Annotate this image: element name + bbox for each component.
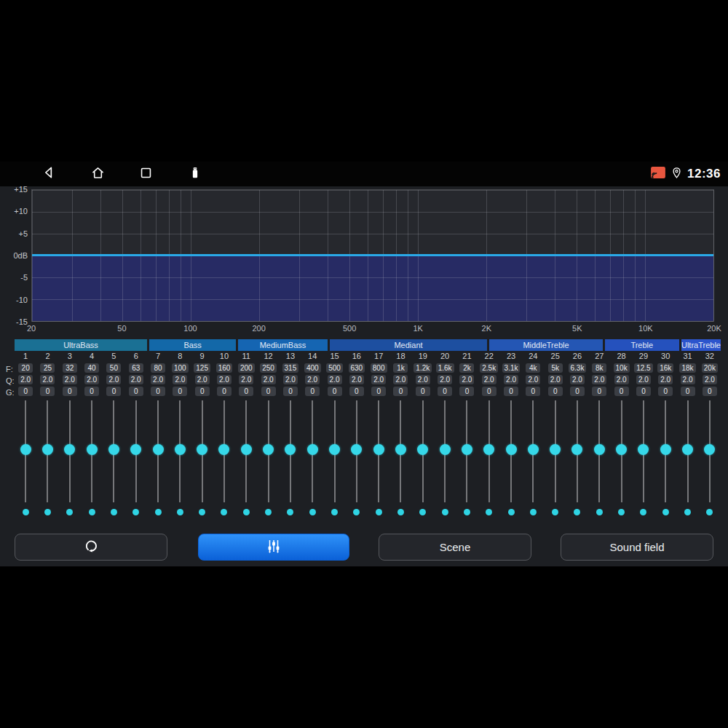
gain-slider[interactable] <box>389 399 411 504</box>
band-q-value[interactable]: 2.0 <box>416 375 430 384</box>
band-q-value[interactable]: 2.0 <box>173 375 187 384</box>
band-frequency-value[interactable]: 63 <box>129 363 143 373</box>
gain-slider[interactable] <box>522 399 544 504</box>
slider-knob[interactable] <box>20 444 31 455</box>
band-frequency-value[interactable]: 80 <box>151 363 165 373</box>
band-frequency-value[interactable]: 3.1k <box>502 363 521 373</box>
band-gain-value[interactable]: 0 <box>570 387 585 396</box>
usb-indicator[interactable] <box>186 165 204 183</box>
band-q-value[interactable]: 2.0 <box>217 375 232 384</box>
band-dot[interactable] <box>23 509 29 515</box>
band-dot[interactable] <box>155 509 162 515</box>
slider-knob[interactable] <box>594 444 605 455</box>
band-gain-value[interactable]: 0 <box>261 387 276 396</box>
gain-slider[interactable] <box>478 399 500 504</box>
band-q-value[interactable]: 2.0 <box>305 375 320 384</box>
band-dot[interactable] <box>243 509 250 515</box>
band-q-value[interactable]: 2.0 <box>681 375 695 384</box>
slider-knob[interactable] <box>528 444 539 455</box>
band-frequency-value[interactable]: 25 <box>40 363 55 373</box>
band-frequency-value[interactable]: 6.3k <box>569 363 587 373</box>
gain-slider[interactable] <box>36 399 58 504</box>
band-q-value[interactable]: 2.0 <box>371 375 386 384</box>
band-dot[interactable] <box>376 509 382 515</box>
gain-slider[interactable] <box>301 399 323 504</box>
band-frequency-value[interactable]: 200 <box>238 363 255 373</box>
slider-knob[interactable] <box>263 444 274 455</box>
band-frequency-value[interactable]: 125 <box>194 363 210 373</box>
band-q-value[interactable]: 2.0 <box>239 375 253 384</box>
band-frequency-value[interactable]: 12.5 <box>634 363 652 373</box>
gain-slider[interactable] <box>654 399 676 504</box>
band-q-value[interactable]: 2.0 <box>129 375 143 384</box>
band-q-value[interactable]: 2.0 <box>195 375 210 384</box>
band-q-value[interactable]: 2.0 <box>328 375 342 384</box>
band-frequency-value[interactable]: 32 <box>63 363 77 373</box>
gain-slider[interactable] <box>368 399 389 504</box>
band-q-value[interactable]: 2.0 <box>438 375 452 384</box>
band-dot[interactable] <box>662 509 669 515</box>
band-frequency-value[interactable]: 18k <box>679 363 695 373</box>
slider-knob[interactable] <box>87 444 98 455</box>
slider-knob[interactable] <box>616 444 627 455</box>
band-dot[interactable] <box>66 509 73 515</box>
gain-slider[interactable] <box>434 399 456 504</box>
gain-slider[interactable] <box>323 399 345 504</box>
equalizer-button[interactable] <box>198 534 349 561</box>
gain-slider[interactable] <box>125 399 147 504</box>
back-button[interactable] <box>40 165 58 183</box>
band-q-value[interactable]: 2.0 <box>658 375 673 384</box>
band-gain-value[interactable]: 0 <box>84 387 99 396</box>
slider-knob[interactable] <box>64 444 75 455</box>
gain-slider[interactable] <box>633 399 654 504</box>
band-dot[interactable] <box>684 509 691 515</box>
band-q-value[interactable]: 2.0 <box>40 375 55 384</box>
band-dot[interactable] <box>618 509 625 515</box>
band-frequency-value[interactable]: 800 <box>371 363 387 373</box>
band-gain-value[interactable]: 0 <box>349 387 364 396</box>
band-gain-value[interactable]: 0 <box>482 387 496 396</box>
band-frequency-value[interactable]: 400 <box>304 363 321 373</box>
band-frequency-value[interactable]: 16k <box>657 363 673 373</box>
slider-knob[interactable] <box>329 444 340 455</box>
gain-slider[interactable] <box>280 399 301 504</box>
band-gain-value[interactable]: 0 <box>63 387 77 396</box>
band-dot[interactable] <box>309 509 316 515</box>
gain-slider[interactable] <box>257 399 279 504</box>
slider-knob[interactable] <box>108 444 119 455</box>
band-gain-value[interactable]: 0 <box>592 387 606 396</box>
scene-button[interactable]: Scene <box>379 534 531 561</box>
band-frequency-value[interactable]: 100 <box>172 363 189 373</box>
band-q-value[interactable]: 2.0 <box>459 375 474 384</box>
band-gain-value[interactable]: 0 <box>548 387 563 396</box>
band-dot[interactable] <box>265 509 272 515</box>
band-gain-value[interactable]: 0 <box>129 387 143 396</box>
band-q-value[interactable]: 2.0 <box>151 375 165 384</box>
slider-knob[interactable] <box>395 444 406 455</box>
band-gain-value[interactable]: 0 <box>681 387 695 396</box>
gain-slider[interactable] <box>147 399 169 504</box>
band-dot[interactable] <box>287 509 293 515</box>
slider-knob[interactable] <box>506 444 517 455</box>
band-dot[interactable] <box>331 509 338 515</box>
band-q-value[interactable]: 2.0 <box>283 375 298 384</box>
band-frequency-value[interactable]: 1.6k <box>436 363 454 373</box>
band-q-value[interactable]: 2.0 <box>18 375 33 384</box>
band-dot[interactable] <box>89 509 95 515</box>
gain-slider[interactable] <box>566 399 588 504</box>
gain-slider[interactable] <box>588 399 610 504</box>
band-q-value[interactable]: 2.0 <box>84 375 99 384</box>
slider-knob[interactable] <box>704 444 715 455</box>
gain-slider[interactable] <box>81 399 103 504</box>
reset-button[interactable] <box>15 534 167 561</box>
band-dot[interactable] <box>353 509 360 515</box>
slider-knob[interactable] <box>571 444 582 455</box>
band-frequency-value[interactable]: 50 <box>106 363 121 373</box>
slider-knob[interactable] <box>351 444 362 455</box>
band-frequency-value[interactable]: 630 <box>349 363 365 373</box>
gain-slider[interactable] <box>59 399 81 504</box>
band-frequency-value[interactable]: 8k <box>592 363 606 373</box>
slider-knob[interactable] <box>440 444 451 455</box>
gain-slider[interactable] <box>346 399 368 504</box>
band-gain-value[interactable]: 0 <box>614 387 629 396</box>
